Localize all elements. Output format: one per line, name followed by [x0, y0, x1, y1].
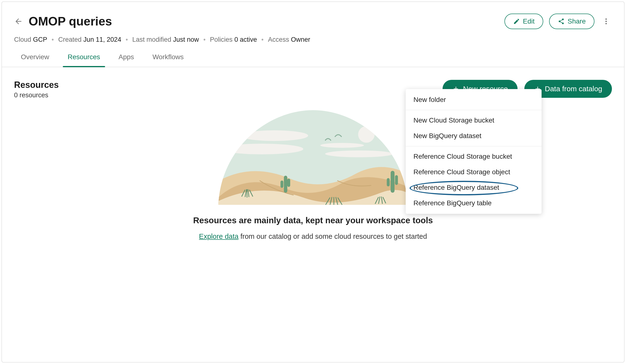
svg-point-1: [605, 21, 607, 22]
svg-point-6: [221, 144, 303, 154]
dropdown-item-new-folder[interactable]: New folder: [406, 92, 542, 108]
svg-rect-11: [287, 179, 290, 187]
svg-point-5: [240, 130, 308, 141]
svg-rect-10: [280, 181, 283, 188]
dot-sep: •: [52, 36, 54, 43]
svg-point-7: [325, 151, 393, 157]
dropdown-divider: [406, 110, 542, 110]
tabs: Overview Resources Apps Workflows: [2, 43, 624, 67]
dropdown-item-reference-bigquery-table[interactable]: Reference BigQuery table: [406, 195, 542, 211]
created-label: Created: [58, 36, 81, 43]
svg-rect-13: [387, 178, 390, 186]
dropdown-item-new-bigquery-dataset[interactable]: New BigQuery dataset: [406, 128, 542, 144]
pencil-icon: [513, 18, 520, 25]
dropdown-divider: [406, 146, 542, 146]
dot-sep: •: [203, 36, 205, 43]
new-resource-dropdown: New folder New Cloud Storage bucket New …: [406, 89, 542, 214]
resources-count: 0 resources: [14, 91, 59, 99]
dot-sep: •: [261, 36, 264, 43]
dropdown-item-reference-cloud-storage-object[interactable]: Reference Cloud Storage object: [406, 164, 542, 180]
dot-sep: •: [126, 36, 128, 43]
created-value: Jun 11, 2024: [83, 36, 121, 43]
access-value: Owner: [291, 36, 310, 43]
tab-apps[interactable]: Apps: [117, 53, 136, 67]
svg-point-2: [605, 23, 607, 24]
explore-data-link[interactable]: Explore data: [199, 233, 238, 240]
back-button[interactable]: [14, 17, 23, 26]
policies-value: 0 active: [235, 36, 257, 43]
svg-point-8: [320, 143, 364, 148]
cloud-value: GCP: [33, 36, 47, 43]
share-icon: [558, 18, 565, 25]
modified-label: Last modified: [132, 36, 171, 43]
more-vert-icon: [602, 17, 610, 25]
resources-heading: Resources: [14, 80, 59, 90]
page-title: OMOP queries: [29, 14, 112, 28]
data-from-catalog-label: Data from catalog: [545, 85, 602, 93]
policies-label: Policies: [210, 36, 233, 43]
highlight-ellipse: [410, 181, 518, 195]
svg-rect-9: [284, 176, 287, 193]
edit-label: Edit: [523, 17, 535, 25]
access-label: Access: [268, 36, 289, 43]
empty-subtext: Explore data from our catalog or add som…: [199, 233, 427, 241]
svg-point-0: [605, 18, 607, 20]
svg-rect-14: [395, 175, 398, 185]
tab-workflows[interactable]: Workflows: [151, 53, 186, 67]
cloud-label: Cloud: [14, 36, 31, 43]
dropdown-item-reference-bigquery-dataset[interactable]: Reference BigQuery dataset: [406, 180, 542, 195]
dropdown-item-new-cloud-storage-bucket[interactable]: New Cloud Storage bucket: [406, 113, 542, 128]
share-button[interactable]: Share: [549, 14, 594, 29]
modified-value: Just now: [173, 36, 199, 43]
empty-heading: Resources are mainly data, kept near you…: [193, 215, 433, 225]
tab-overview[interactable]: Overview: [19, 53, 51, 67]
tab-resources[interactable]: Resources: [66, 53, 102, 67]
desert-illustration: [211, 108, 415, 205]
meta-row: Cloud GCP • Created Jun 11, 2024 • Last …: [2, 29, 624, 43]
empty-sub-text: from our catalog or add some cloud resou…: [238, 233, 427, 240]
arrow-left-icon: [14, 17, 23, 26]
svg-rect-12: [391, 171, 394, 193]
edit-button[interactable]: Edit: [505, 14, 543, 29]
dropdown-item-reference-cloud-storage-bucket[interactable]: Reference Cloud Storage bucket: [406, 149, 542, 164]
more-menu-button[interactable]: [600, 16, 612, 27]
share-label: Share: [568, 17, 586, 25]
svg-point-4: [358, 126, 375, 143]
